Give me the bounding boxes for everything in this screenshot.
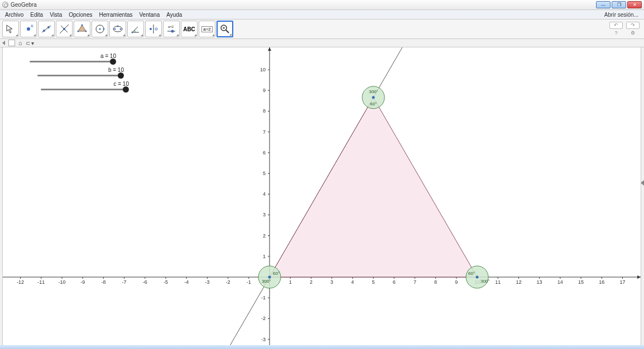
svg-text:4: 4 [263,191,266,197]
tool-circle[interactable] [92,21,108,37]
svg-text:3: 3 [263,212,266,217]
svg-text:-8: -8 [101,279,105,285]
title-bar: GeoGebra — ❐ ✕ [0,0,644,10]
menu-vista[interactable]: Vista [47,11,65,19]
svg-text:15: 15 [578,279,584,285]
style-box[interactable] [8,40,15,46]
svg-text:12: 12 [516,279,521,285]
svg-text:A: A [31,24,33,28]
svg-point-14 [103,28,105,30]
svg-text:-2: -2 [261,316,266,321]
svg-text:-2: -2 [226,279,230,285]
svg-text:1: 1 [289,279,292,285]
tool-slider[interactable]: a=2 [163,21,180,37]
menu-archivo[interactable]: Archivo [2,11,26,19]
graphics-view[interactable]: a = 10 b = 10 c = 10 -12-11-10-9-8-7-6-5… [3,47,641,349]
svg-text:6: 6 [263,150,266,156]
svg-text:9: 9 [455,279,458,285]
svg-text:16: 16 [599,279,604,285]
svg-point-18 [117,26,119,27]
collapse-icon[interactable] [2,41,5,45]
toolbar-right: ↶ ↷ ? ⚙ [609,22,642,37]
workspace: a = 10 b = 10 c = 10 -12-11-10-9-8-7-6-5… [0,47,644,349]
svg-point-124 [476,276,479,279]
svg-point-7 [63,28,65,30]
svg-point-3 [43,30,45,32]
window-buttons: — ❐ ✕ [596,1,642,8]
svg-text:10: 10 [260,67,266,72]
svg-text:7: 7 [263,129,266,135]
svg-text:-3: -3 [261,337,266,342]
svg-text:2: 2 [263,233,266,239]
svg-text:3: 3 [330,279,333,285]
svg-text:13: 13 [537,279,542,285]
svg-point-128 [372,96,375,99]
side-panel-toggle-icon[interactable] [641,180,644,186]
tool-line[interactable] [38,21,55,37]
svg-point-22 [155,28,157,30]
svg-text:-1: -1 [247,279,251,285]
svg-point-17 [120,28,122,30]
svg-text:300°: 300° [369,89,378,94]
svg-text:1: 1 [263,254,266,259]
tool-perpendicular[interactable] [56,21,73,37]
tool-bar: A a=2 ABC a=2 ↶ ↷ ? ⚙ [0,20,644,39]
svg-text:-5: -5 [164,279,168,285]
svg-point-21 [150,28,152,30]
right-gutter [641,47,644,349]
home-icon[interactable]: ⌂ [18,40,22,46]
svg-text:14: 14 [558,279,563,285]
svg-text:-1: -1 [261,295,266,300]
svg-text:5: 5 [372,279,374,285]
coordinate-canvas[interactable]: -12-11-10-9-8-7-6-5-4-3-2-11234567891011… [3,47,641,349]
menu-ayuda[interactable]: Ayuda [164,11,185,19]
svg-point-9 [81,25,83,26]
svg-text:-11: -11 [37,279,45,285]
tool-angle[interactable] [127,21,144,37]
svg-point-0 [27,27,30,31]
settings-icon[interactable]: ⚙ [626,30,640,37]
svg-text:-6: -6 [143,279,147,285]
svg-text:8: 8 [263,108,266,114]
svg-point-13 [99,28,101,30]
menu-opciones[interactable]: Opciones [66,11,95,19]
svg-point-24 [171,30,174,33]
tool-point[interactable]: A [20,21,37,37]
magnet-icon[interactable]: ⊂ ▾ [26,40,35,46]
help-icon[interactable]: ? [609,30,623,37]
svg-point-19 [132,32,133,33]
svg-text:9: 9 [263,88,266,93]
tool-conic[interactable] [109,21,126,37]
tool-input[interactable]: a=2 [199,21,215,37]
close-button[interactable]: ✕ [627,1,642,8]
svg-text:60°: 60° [370,101,377,106]
svg-text:-10: -10 [58,279,65,285]
minimize-button[interactable]: — [596,1,611,8]
menu-edita[interactable]: Edita [27,11,46,19]
menu-ventana[interactable]: Ventana [137,11,163,19]
maximize-button[interactable]: ❐ [612,1,626,8]
svg-text:6: 6 [393,279,396,285]
tool-text[interactable]: ABC [181,21,198,37]
svg-text:8: 8 [434,279,437,285]
app-icon [2,2,8,8]
app-title: GeoGebra [11,2,37,8]
undo-button[interactable]: ↶ [609,22,623,29]
tool-polygon[interactable] [74,21,90,37]
svg-text:-9: -9 [80,279,85,285]
tool-reflect[interactable] [145,21,162,37]
menu-herramientas[interactable]: Herramientas [96,11,135,19]
svg-point-16 [114,28,116,30]
tool-zoom[interactable] [217,21,233,37]
svg-text:17: 17 [619,279,625,285]
redo-button[interactable]: ↷ [626,22,640,29]
svg-text:7: 7 [414,279,416,285]
sign-in-link[interactable]: Abrir sesión... [602,11,642,19]
tool-move[interactable] [2,21,19,37]
menu-bar: Archivo Edita Vista Opciones Herramienta… [0,10,644,20]
svg-line-27 [226,30,229,33]
svg-marker-118 [270,98,477,277]
svg-point-11 [78,31,79,32]
taskbar [0,345,644,349]
svg-text:11: 11 [495,279,501,285]
